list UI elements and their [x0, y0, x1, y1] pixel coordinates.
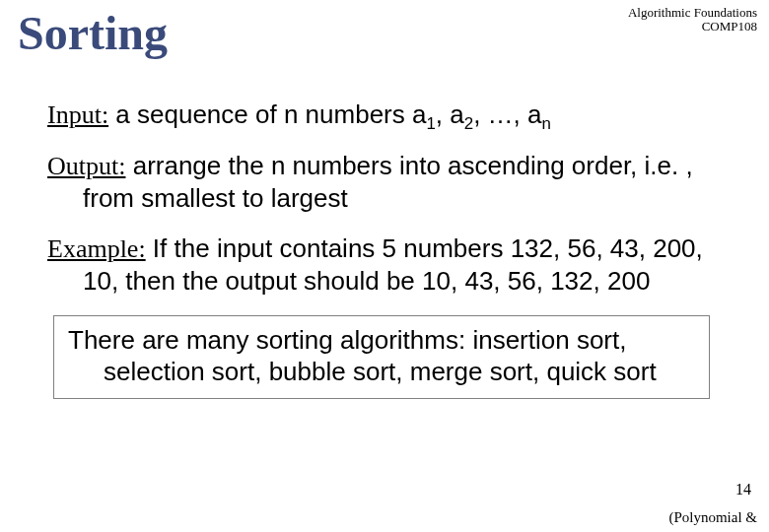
- sub-2: 2: [464, 114, 473, 133]
- output-text: arrange the n numbers into ascending ord…: [83, 151, 693, 214]
- output-label: Output:: [47, 152, 125, 180]
- input-sep-1: , a: [436, 100, 464, 129]
- algorithms-box: There are many sorting algorithms: inser…: [53, 315, 710, 399]
- course-code: COMP108: [628, 20, 757, 33]
- course-title: Algorithmic Foundations: [628, 6, 757, 20]
- sub-n: n: [542, 114, 551, 133]
- course-header: Algorithmic Foundations COMP108: [628, 6, 757, 34]
- example-text: If the input contains 5 numbers 132, 56,…: [83, 233, 703, 297]
- example-line: Example: If the input contains 5 numbers…: [47, 233, 730, 298]
- input-sep-2: , …, a: [473, 100, 541, 129]
- slide-title: Sorting: [18, 6, 168, 60]
- output-line: Output: arrange the n numbers into ascen…: [47, 150, 730, 215]
- input-line: Input: a sequence of n numbers a1, a2, ……: [47, 99, 730, 132]
- input-label: Input:: [47, 100, 108, 129]
- input-text-1: a sequence of n numbers a: [108, 100, 426, 129]
- example-label: Example:: [47, 234, 146, 263]
- footer-note: (Polynomial &: [668, 509, 757, 526]
- page-number: 14: [735, 481, 751, 499]
- sub-1: 1: [426, 114, 435, 133]
- slide-body: Input: a sequence of n numbers a1, a2, ……: [47, 99, 730, 399]
- algorithms-text: There are many sorting algorithms: inser…: [68, 324, 695, 388]
